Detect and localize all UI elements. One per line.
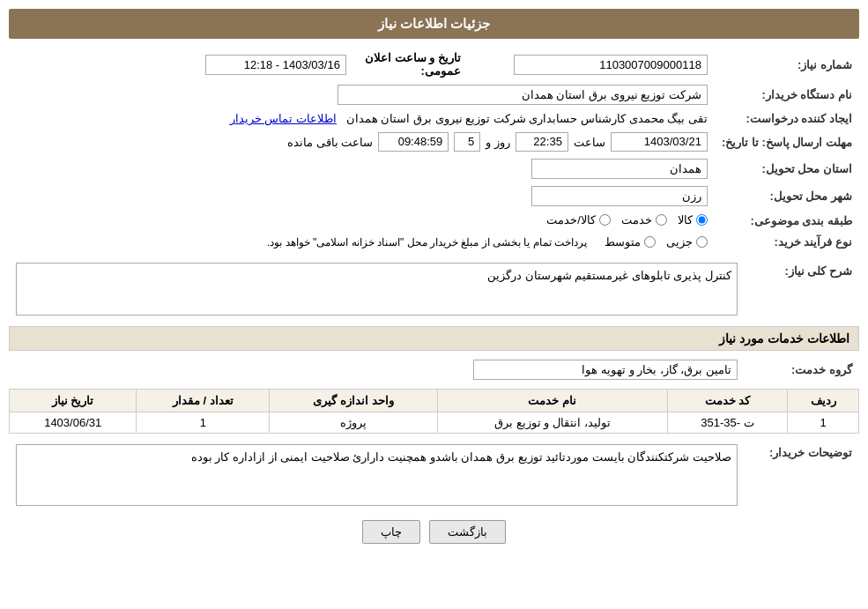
creator-value: تقی بیگ محمدی کارشناس حسابداری شرکت توزی… — [346, 112, 708, 125]
description-label: شرح کلی نیاز: — [745, 259, 859, 319]
announce-label: تاریخ و ساعت اعلان عمومی: — [353, 48, 468, 81]
province-value: همدان — [531, 159, 708, 179]
category-label: طبقه بندی موضوعی: — [715, 210, 859, 232]
col-unit: واحد اندازه گیری — [270, 390, 437, 412]
deadline-remaining: 09:48:59 — [378, 132, 449, 152]
city-value: رزن — [531, 186, 708, 206]
buyer-notes-value: صلاحیت شرکتکنندگان بایست موردتائید توزیع… — [16, 444, 738, 506]
col-name: نام خدمت — [437, 390, 667, 412]
category-option-khedmat[interactable]: خدمت — [621, 213, 667, 227]
deadline-time: 22:35 — [516, 132, 568, 152]
province-label: استان محل تحویل: — [715, 155, 859, 182]
buyer-org-value: شرکت توزیع نیروی برق استان همدان — [338, 85, 708, 105]
cell-row: 1 — [788, 412, 859, 434]
deadline-days-label: روز و — [486, 136, 510, 149]
col-date: تاریخ نیاز — [10, 390, 137, 412]
service-group-label: گروه خدمت: — [745, 356, 859, 383]
deadline-days: 5 — [454, 132, 480, 152]
category-kala-khedmat-label: کالا/خدمت — [546, 213, 596, 227]
cell-qty: 1 — [137, 412, 270, 434]
announce-value: 1403/03/16 - 12:18 — [205, 55, 346, 75]
cell-code: ت -35-351 — [667, 412, 787, 434]
purchase-option-jozi[interactable]: جزیی — [666, 235, 708, 249]
purchase-mota-label: متوسط — [605, 235, 641, 249]
col-row: ردیف — [788, 390, 859, 412]
need-number-label: شماره نیاز: — [715, 48, 859, 81]
category-khedmat-label: خدمت — [621, 213, 652, 227]
print-button[interactable]: چاپ — [362, 520, 420, 544]
service-group-value: تامین برق، گاز، بخار و تهویه هوا — [473, 360, 738, 380]
purchase-note: پرداخت تمام یا بخشی از مبلغ خریدار محل "… — [267, 236, 587, 249]
cell-name: تولید، انتقال و توزیع برق — [437, 412, 667, 434]
purchase-type-label: نوع فرآیند خرید: — [715, 232, 859, 252]
button-row: بازگشت چاپ — [9, 520, 859, 544]
creator-contact-link[interactable]: اطلاعات تماس خریدار — [230, 112, 337, 125]
services-table: ردیف کد خدمت نام خدمت واحد اندازه گیری ت… — [9, 389, 859, 434]
deadline-time-label: ساعت — [574, 136, 605, 149]
deadline-remaining-label: ساعت باقی مانده — [287, 136, 373, 149]
purchase-jozi-label: جزیی — [666, 235, 693, 249]
deadline-date: 1403/03/21 — [611, 132, 708, 152]
description-value: کنترل پذیری تابلوهای غیرمستقیم شهرستان د… — [16, 263, 738, 316]
category-option-kala[interactable]: کالا — [678, 213, 708, 227]
service-section-header: اطلاعات خدمات مورد نیاز — [9, 326, 859, 351]
category-kala-label: کالا — [678, 213, 693, 227]
back-button[interactable]: بازگشت — [429, 520, 506, 544]
buyer-notes-label: توضیحات خریدار: — [745, 441, 859, 509]
cell-date: 1403/06/31 — [10, 412, 137, 434]
category-option-kala-khedmat[interactable]: کالا/خدمت — [546, 213, 611, 227]
need-number-value: 1103007009000118 — [514, 55, 708, 75]
col-qty: تعداد / مقدار — [137, 390, 270, 412]
purchase-option-mota[interactable]: متوسط — [605, 235, 656, 249]
creator-label: ایجاد کننده درخواست: — [715, 108, 859, 129]
deadline-label: مهلت ارسال پاسخ: تا تاریخ: — [715, 129, 859, 155]
table-row: 1 ت -35-351 تولید، انتقال و توزیع برق پر… — [10, 412, 859, 434]
page-title: جزئیات اطلاعات نیاز — [9, 9, 859, 39]
buyer-org-label: نام دستگاه خریدار: — [715, 81, 859, 108]
col-code: کد خدمت — [667, 390, 787, 412]
city-label: شهر محل تحویل: — [715, 182, 859, 210]
cell-unit: پروژه — [270, 412, 437, 434]
